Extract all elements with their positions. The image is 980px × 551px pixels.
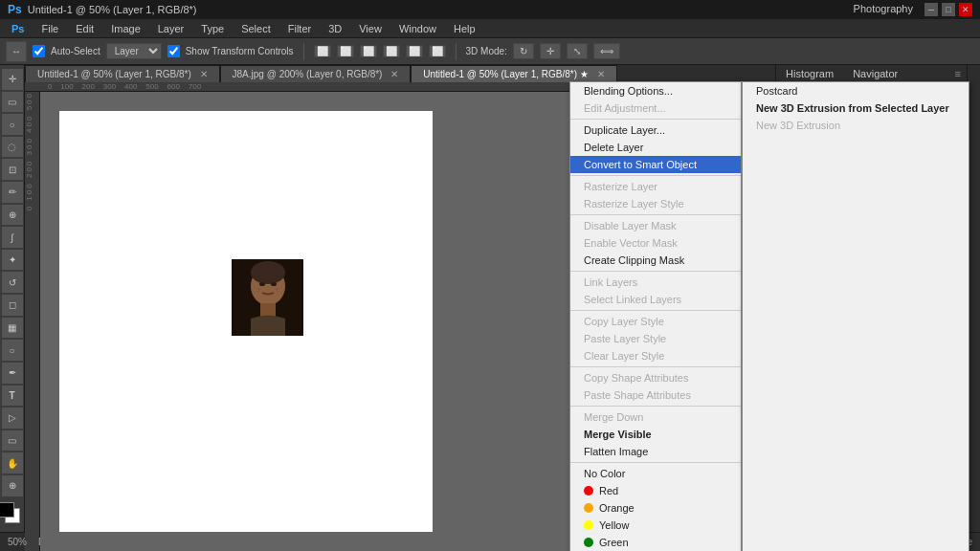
ctx-link-layers: Link Layers (570, 274, 741, 291)
ctx-rasterize-layer-style: Rasterize Layer Style (570, 195, 741, 212)
align-center-v-button[interactable]: ⬜ (406, 45, 423, 57)
photo-thumbnail (232, 259, 303, 336)
dodge-tool[interactable]: ○ (2, 340, 23, 361)
zoom-tool[interactable]: ⊕ (2, 475, 23, 496)
quick-select-tool[interactable]: ◌ (2, 137, 23, 158)
ctx-duplicate-layer[interactable]: Duplicate Layer... (570, 121, 741, 139)
align-bottom-button[interactable]: ⬜ (429, 45, 446, 57)
options-separator-2 (456, 43, 457, 60)
align-top-button[interactable]: ⬜ (383, 45, 400, 57)
menu-window[interactable]: Window (391, 21, 444, 36)
show-transform-checkbox[interactable] (167, 45, 180, 57)
close-button[interactable]: ✕ (959, 3, 972, 16)
ctx-postcard[interactable]: Postcard (743, 82, 969, 99)
menu-layer[interactable]: Layer (150, 21, 192, 36)
3d-move-button[interactable]: ✛ (540, 43, 561, 59)
options-separator-1 (303, 43, 304, 60)
ctx-new-3d-extrusion[interactable]: New 3D Extrusion from Selected Layer (743, 99, 969, 117)
ctx-blending-options[interactable]: Blending Options... (570, 82, 741, 99)
foreground-color-swatch[interactable] (0, 502, 14, 518)
ctx-enable-vector-mask: Enable Vector Mask (570, 234, 741, 252)
ctx-flatten-image[interactable]: Flatten Image (570, 443, 741, 460)
pen-tool[interactable]: ✒ (2, 363, 23, 384)
align-right-button[interactable]: ⬜ (360, 45, 377, 57)
3d-rotate-button[interactable]: ↻ (513, 43, 534, 59)
align-left-button[interactable]: ⬜ (314, 45, 331, 57)
menu-filter[interactable]: Filter (280, 21, 319, 36)
ctx-green[interactable]: Green (570, 534, 741, 551)
menu-help[interactable]: Help (446, 21, 483, 36)
marquee-tool[interactable]: ▭ (2, 92, 23, 113)
menu-view[interactable]: View (351, 21, 390, 36)
ctx-red[interactable]: Red (570, 482, 741, 499)
title-bar-filename: Untitled-1 @ 50% (Layer 1, RGB/8*) (28, 4, 197, 15)
tab-bar: Untitled-1 @ 50% (Layer 1, RGB/8*) ✕ J8A… (25, 65, 775, 82)
type-tool[interactable]: T (2, 386, 23, 407)
tab-2[interactable]: J8A.jpg @ 200% (Layer 0, RGB/8*) ✕ (220, 65, 412, 82)
title-bar: Ps Untitled-1 @ 50% (Layer 1, RGB/8*) Ph… (0, 0, 980, 19)
move-tool[interactable]: ✛ (2, 69, 23, 90)
lasso-tool[interactable]: ○ (2, 114, 23, 135)
svg-point-4 (271, 282, 277, 286)
tab-3[interactable]: Untitled-1 @ 50% (Layer 1, RGB/8*) ★ ✕ (411, 65, 616, 82)
clone-stamp-tool[interactable]: ✦ (2, 250, 23, 271)
ctx-create-clipping-mask[interactable]: Create Clipping Mask (570, 252, 741, 269)
auto-select-checkbox[interactable] (33, 45, 45, 57)
eyedropper-tool[interactable]: ✏ (2, 182, 23, 203)
history-brush-tool[interactable]: ↺ (2, 272, 23, 293)
tab-1-close[interactable]: ✕ (200, 69, 208, 79)
tool-mode-button[interactable]: ↔ (6, 41, 27, 62)
menu-image[interactable]: Image (103, 21, 148, 36)
ctx-paste-layer-style: Paste Layer Style (570, 330, 741, 347)
3d-slide-button[interactable]: ⟺ (593, 43, 620, 59)
title-bar-left: Ps Untitled-1 @ 50% (Layer 1, RGB/8*) (8, 3, 197, 16)
align-center-h-button[interactable]: ⬜ (337, 45, 354, 57)
hand-tool[interactable]: ✋ (2, 452, 23, 474)
ctx-copy-layer-style: Copy Layer Style (570, 313, 741, 330)
ctx-merge-visible[interactable]: Merge Visible (570, 426, 741, 443)
crop-tool[interactable]: ⊡ (2, 159, 23, 180)
ctx-select-linked-layers: Select Linked Layers (570, 291, 741, 308)
gradient-tool[interactable]: ▦ (2, 318, 23, 339)
tab-3-close[interactable]: ✕ (597, 69, 605, 79)
ctx-yellow[interactable]: Yellow (570, 517, 741, 534)
ctx-clear-layer-style: Clear Layer Style (570, 347, 741, 364)
ctx-convert-smart-object[interactable]: Convert to Smart Object (570, 156, 741, 173)
context-menu: Blending Options... Edit Adjustment... D… (569, 81, 969, 551)
path-select-tool[interactable]: ▷ (2, 408, 23, 429)
menu-edit[interactable]: Edit (68, 21, 101, 36)
tab-2-label: J8A.jpg @ 200% (Layer 0, RGB/8*) (233, 69, 383, 79)
tab-1[interactable]: Untitled-1 @ 50% (Layer 1, RGB/8*) ✕ (25, 65, 220, 82)
menu-file[interactable]: File (33, 21, 66, 36)
eraser-tool[interactable]: ◻ (2, 295, 23, 316)
ctx-delete-layer[interactable]: Delete Layer (570, 139, 741, 156)
tools-panel: ✛ ▭ ○ ◌ ⊡ ✏ ⊕ ∫ ✦ ↺ ◻ ▦ ○ ✒ T ▷ ▭ ✋ ⊕ (0, 65, 25, 532)
shape-tool[interactable]: ▭ (2, 430, 23, 452)
ctx-merge-down: Merge Down (570, 408, 741, 426)
ctx-orange[interactable]: Orange (570, 499, 741, 517)
ctx-no-color[interactable]: No Color (570, 465, 741, 482)
ctx-sep-3 (570, 214, 741, 215)
show-transform-label: Show Transform Controls (186, 46, 294, 56)
color-swatches (0, 502, 26, 529)
ctx-sep-1 (570, 119, 741, 120)
maximize-button[interactable]: □ (942, 3, 955, 16)
context-menu-right: Postcard New 3D Extrusion from Selected … (742, 81, 969, 551)
spot-heal-tool[interactable]: ⊕ (2, 205, 23, 226)
options-bar: ↔ Auto-Select Layer Group Show Transform… (0, 38, 980, 65)
tab-2-close[interactable]: ✕ (390, 69, 398, 79)
3d-mode-label: 3D Mode: (466, 46, 507, 56)
auto-select-dropdown[interactable]: Layer Group (106, 43, 162, 59)
menu-3d[interactable]: 3D (321, 21, 349, 36)
minimize-button[interactable]: ─ (924, 3, 938, 16)
svg-point-2 (251, 261, 285, 284)
menu-ps[interactable]: Ps (4, 21, 32, 36)
context-menu-left: Blending Options... Edit Adjustment... D… (569, 81, 742, 551)
brush-tool[interactable]: ∫ (2, 227, 23, 248)
ctx-sep-5 (570, 310, 741, 311)
menu-select[interactable]: Select (234, 21, 278, 36)
menu-type[interactable]: Type (193, 21, 232, 36)
ctx-copy-shape-attrs: Copy Shape Attributes (570, 369, 741, 386)
3d-scale-button[interactable]: ⤡ (567, 43, 588, 59)
image-layer-content (232, 259, 303, 336)
